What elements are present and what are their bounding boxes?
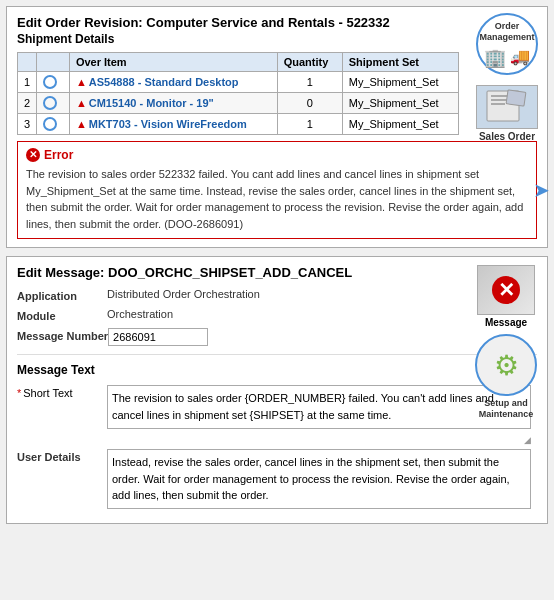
flag-icon: ▲ — [76, 97, 87, 109]
bottom-panel: Edit Message: DOO_ORCHC_SHIPSET_ADD_CANC… — [6, 256, 548, 524]
sales-order-icon-area: Sales Order — [473, 85, 541, 142]
row-item[interactable]: ▲AS54888 - Standard Desktop — [69, 72, 277, 93]
col-header-shipment: Shipment Set — [342, 53, 458, 72]
application-row: Application Distributed Order Orchestrat… — [17, 288, 537, 302]
short-text-label: Short Text — [23, 387, 72, 399]
col-header-qty: Quantity — [277, 53, 342, 72]
application-label: Application — [17, 288, 107, 302]
error-title-text: Error — [44, 148, 73, 162]
error-title: ✕ Error — [26, 148, 528, 162]
flag-icon: ▲ — [76, 76, 87, 88]
table-row: 1 ▲AS54888 - Standard Desktop 1 My_Shipm… — [18, 72, 459, 93]
col-header-icon — [37, 53, 70, 72]
row-item[interactable]: ▲CM15140 - Monitor - 19" — [69, 93, 277, 114]
row-icon[interactable] — [37, 72, 70, 93]
panel-subtitle: Shipment Details — [17, 32, 537, 46]
short-text-row: *Short Text The revision to sales order … — [17, 385, 537, 429]
row-icon[interactable] — [37, 93, 70, 114]
sales-order-graphic — [485, 89, 529, 125]
required-star: *Short Text — [17, 385, 107, 399]
item-link[interactable]: MKT703 - Vision WireFreedom — [89, 118, 247, 130]
message-number-row: Message Number — [17, 328, 537, 346]
error-x-icon: ✕ — [26, 148, 40, 162]
shipment-table: Over Item Quantity Shipment Set 1 ▲AS548… — [17, 52, 459, 135]
truck-icon: 🚚 — [510, 47, 530, 69]
row-circle-icon — [43, 117, 57, 131]
row-qty: 1 — [277, 114, 342, 135]
section-divider — [17, 354, 537, 355]
flag-icon: ▲ — [76, 118, 87, 130]
row-shipment: My_Shipment_Set — [342, 72, 458, 93]
row-circle-icon — [43, 75, 57, 89]
error-text: The revision to sales order 522332 faile… — [26, 166, 528, 232]
gear-icon: ⚙ — [494, 349, 519, 382]
message-number-input[interactable] — [108, 328, 208, 346]
setup-maintenance-group: ⚙ Setup and Maintenance — [471, 334, 541, 420]
row-qty: 0 — [277, 93, 342, 114]
user-details-row: User Details Instead, revise the sales o… — [17, 449, 537, 509]
user-details-input[interactable]: Instead, revise the sales order, cancel … — [107, 449, 531, 509]
application-value: Distributed Order Orchestration — [107, 288, 260, 300]
row-qty: 1 — [277, 72, 342, 93]
setup-icon-area: ✕ Message ⚙ Setup and Maintenance — [471, 265, 541, 420]
svg-rect-4 — [506, 90, 526, 106]
message-box-icon: ✕ — [477, 265, 535, 315]
col-header-num — [18, 53, 37, 72]
module-label: Module — [17, 308, 107, 322]
table-row: 3 ▲MKT703 - Vision WireFreedom 1 My_Ship… — [18, 114, 459, 135]
row-num: 1 — [18, 72, 37, 93]
order-management-icon-area: Order Management 🏢 🚚 — [473, 13, 541, 75]
table-row: 2 ▲CM15140 - Monitor - 19" 0 My_Shipment… — [18, 93, 459, 114]
message-icon-group: ✕ Message — [477, 265, 535, 328]
arrow-connector: ➤ — [533, 178, 550, 202]
item-link[interactable]: CM15140 - Monitor - 19" — [89, 97, 214, 109]
house-icon: 🏢 — [484, 47, 506, 69]
row-num: 2 — [18, 93, 37, 114]
module-row: Module Orchestration — [17, 308, 537, 322]
setup-maintenance-label: Setup and Maintenance — [471, 398, 541, 420]
panel-title: Edit Order Revision: Computer Service an… — [17, 15, 537, 30]
message-number-label: Message Number — [17, 328, 108, 342]
error-box: ✕ Error The revision to sales order 5223… — [17, 141, 537, 239]
row-shipment: My_Shipment_Set — [342, 114, 458, 135]
col-header-item: Over Item — [69, 53, 277, 72]
resize-handle: ◢ — [17, 435, 531, 445]
order-mgmt-label: Order Management — [478, 19, 537, 45]
message-red-x-icon: ✕ — [492, 276, 520, 304]
row-circle-icon — [43, 96, 57, 110]
row-num: 3 — [18, 114, 37, 135]
module-value: Orchestration — [107, 308, 173, 320]
user-details-label: User Details — [17, 449, 107, 463]
setup-maintenance-circle: ⚙ — [475, 334, 537, 396]
message-icon-label: Message — [485, 317, 527, 328]
message-text-title: Message Text — [17, 363, 537, 377]
sales-order-box — [476, 85, 538, 129]
bottom-title: Edit Message: DOO_ORCHC_SHIPSET_ADD_CANC… — [17, 265, 537, 280]
item-link[interactable]: AS54888 - Standard Desktop — [89, 76, 239, 88]
order-management-circle: Order Management 🏢 🚚 — [476, 13, 538, 75]
row-item[interactable]: ▲MKT703 - Vision WireFreedom — [69, 114, 277, 135]
short-text-input[interactable]: The revision to sales order {ORDER_NUMBE… — [107, 385, 531, 429]
top-panel: Edit Order Revision: Computer Service an… — [6, 6, 548, 248]
svg-rect-3 — [491, 103, 505, 105]
row-shipment: My_Shipment_Set — [342, 93, 458, 114]
row-icon[interactable] — [37, 114, 70, 135]
